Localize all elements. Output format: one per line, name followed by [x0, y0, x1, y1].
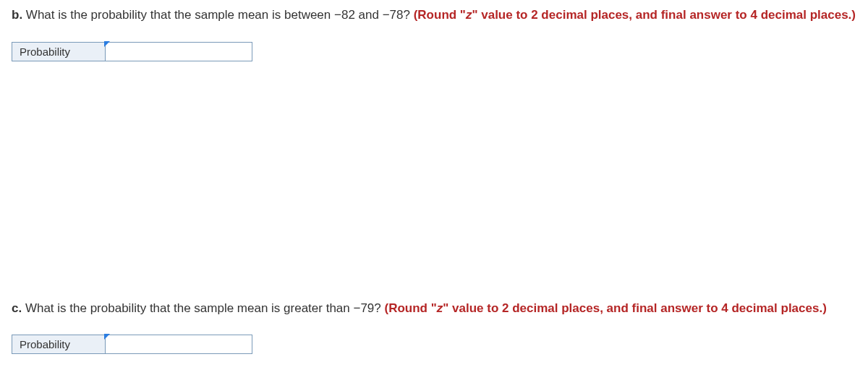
- instruction-suffix-c: " value to 2 decimal places, and final a…: [443, 301, 827, 315]
- question-b-instruction: (Round "z" value to 2 decimal places, an…: [414, 8, 856, 22]
- probability-input-b[interactable]: [106, 43, 252, 61]
- answer-label-b: Probability: [12, 42, 106, 61]
- input-marker-icon-c: [104, 334, 110, 340]
- instruction-z-c: z: [437, 301, 443, 315]
- question-c-instruction: (Round "z" value to 2 decimal places, an…: [385, 301, 827, 315]
- question-b-text: b. What is the probability that the samp…: [12, 6, 856, 25]
- instruction-suffix: " value to 2 decimal places, and final a…: [472, 8, 856, 22]
- answer-row-c: Probability: [12, 335, 856, 354]
- question-b-body: What is the probability that the sample …: [22, 8, 414, 22]
- answer-input-wrap-b: [106, 42, 252, 61]
- instruction-prefix: (Round ": [414, 8, 466, 22]
- question-b-label: b.: [12, 8, 22, 22]
- spacer: [12, 79, 856, 299]
- question-c-body: What is the probability that the sample …: [22, 301, 384, 315]
- input-marker-icon: [104, 41, 110, 47]
- probability-input-c[interactable]: [106, 335, 252, 353]
- question-b: b. What is the probability that the samp…: [12, 6, 856, 61]
- question-c: c. What is the probability that the samp…: [12, 299, 856, 355]
- question-c-label: c.: [12, 301, 22, 315]
- answer-label-c: Probability: [12, 335, 106, 354]
- answer-input-wrap-c: [106, 335, 252, 354]
- question-c-text: c. What is the probability that the samp…: [12, 299, 856, 318]
- answer-row-b: Probability: [12, 42, 856, 61]
- instruction-prefix-c: (Round ": [385, 301, 437, 315]
